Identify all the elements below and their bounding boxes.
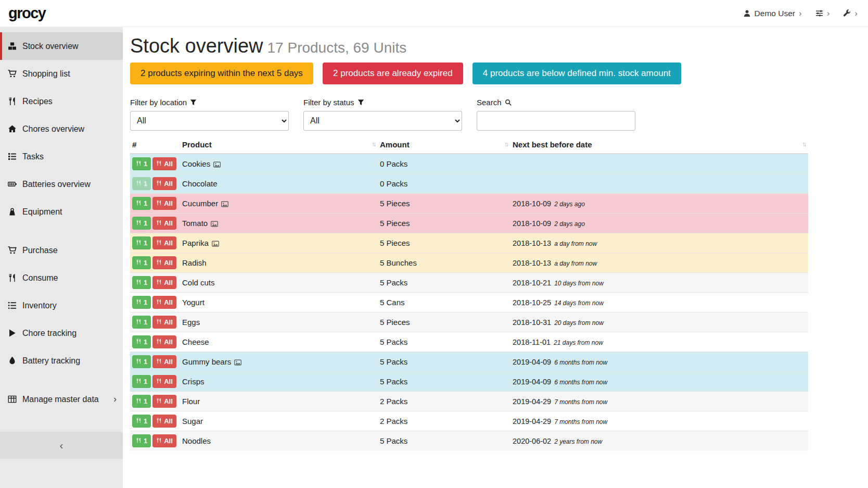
utensils-icon [136,378,142,384]
utensils-icon [136,160,142,167]
table-row[interactable]: 1 All Crisps 5 Packs 2019-04-096 months … [130,371,808,391]
consume-all-button[interactable]: All [152,395,176,408]
sidebar-collapse-button[interactable]: ‹ [0,432,123,459]
sidebar-item-equipment[interactable]: Equipment [0,198,123,226]
table-row[interactable]: 1 All Paprika 5 Pieces 2018-10-13a day f… [130,233,808,253]
consume-one-button[interactable]: 1 [132,415,151,428]
table-row[interactable]: 1 All Cold cuts 5 Packs 2018-10-2110 day… [130,272,808,292]
consume-one-button[interactable]: 1 [132,177,151,190]
consume-one-button[interactable]: 1 [132,375,151,388]
best-before-note: 6 months from now [554,359,607,366]
consume-one-button[interactable]: 1 [132,395,151,408]
product-image-icon[interactable] [221,201,228,207]
consume-all-button[interactable]: All [152,434,176,447]
sidebar-item-consume[interactable]: Consume [0,264,123,292]
consume-all-button[interactable]: All [152,316,176,329]
consume-all-button[interactable]: All [152,217,176,230]
search-input[interactable] [477,111,635,131]
consume-all-button[interactable]: All [152,256,176,269]
table-row[interactable]: 1 All Chocolate 0 Packs [130,173,808,193]
sidebar-item-stock-overview[interactable]: Stock overview [0,32,123,60]
consume-one-button[interactable]: 1 [132,316,151,329]
consume-all-button[interactable]: All [152,375,176,388]
user-menu[interactable]: Demo User › [743,9,802,18]
sidebar-item-recipes[interactable]: Recipes [0,87,123,115]
product-image-icon[interactable] [213,161,221,167]
table-row[interactable]: 1 All Sugar 2 Packs 2019-04-297 months f… [130,411,808,431]
alert-expiring[interactable]: 2 products expiring within the next 5 da… [130,62,313,84]
consume-one-button[interactable]: 1 [132,236,151,249]
consume-one-button[interactable]: 1 [132,276,151,289]
consume-one-button[interactable]: 1 [132,296,151,309]
consume-one-button[interactable]: 1 [132,256,151,269]
sort-icon[interactable]: ↑↓ [802,141,806,148]
status-filter-select[interactable]: All [303,111,462,131]
sidebar-item-label: Batteries overview [22,180,91,189]
product-amount: 5 Packs [378,332,510,352]
column-header-best-before[interactable]: Next best before date↑↓ [510,136,808,154]
table-row[interactable]: 1 All Flour 2 Packs 2019-04-297 months f… [130,391,808,411]
sidebar-item-batteries-overview[interactable]: Batteries overview [0,170,123,198]
play-icon [8,329,17,337]
product-image-icon[interactable] [212,240,219,246]
sidebar-item-chore-tracking[interactable]: Chore tracking [0,319,123,347]
consume-all-button[interactable]: All [152,335,176,348]
table-row[interactable]: 1 All Yogurt 5 Cans 2018-10-2514 days fr… [130,292,808,312]
consume-all-button[interactable]: All [152,236,176,249]
product-name: Cookies [182,159,210,168]
utensils-icon [136,358,142,365]
utensils-icon [136,259,142,266]
table-row[interactable]: 1 All Noodles 5 Packs 2020-06-022 years … [130,431,808,451]
table-row[interactable]: 1 All Tomato 5 Pieces 2018-10-092 days a… [130,213,808,233]
sidebar-item-purchase[interactable]: Purchase [0,236,123,264]
consume-one-button[interactable]: 1 [132,217,151,230]
consume-one-button[interactable]: 1 [132,335,151,348]
product-image-icon[interactable] [234,359,241,365]
consume-one-button[interactable]: 1 [132,197,151,210]
location-filter-select[interactable]: All [130,111,289,131]
alert-expired[interactable]: 2 products are already expired [323,62,463,84]
sidebar-item-chores-overview[interactable]: Chores overview [0,115,123,143]
best-before-note: 2 years from now [554,438,602,445]
sidebar-item-battery-tracking[interactable]: Battery tracking [0,347,123,374]
consume-one-button[interactable]: 1 [132,355,151,368]
table-row[interactable]: 1 All Cheese 5 Packs 2018-11-0121 days f… [130,332,808,352]
consume-all-button[interactable]: All [152,296,176,309]
sidebar-item-shopping-list[interactable]: Shopping list [0,60,123,87]
table-row[interactable]: 1 All Eggs 5 Pieces 2018-10-3120 days fr… [130,312,808,332]
best-before-date: 2018-10-25 [513,298,551,307]
sort-icon[interactable]: ↑↓ [372,141,376,148]
alert-below-min-stock[interactable]: 4 products are below defined min. stock … [473,62,681,84]
consume-all-button[interactable]: All [152,177,176,190]
consume-all-button[interactable]: All [152,197,176,210]
table-row[interactable]: 1 All Radish 5 Bunches 2018-10-13a day f… [130,253,808,272]
product-name: Noodles [182,436,211,445]
consume-one-button[interactable]: 1 [132,157,151,170]
consume-all-button[interactable]: All [152,355,176,368]
product-amount: 5 Pieces [378,213,510,233]
sidebar-item-label: Equipment [22,207,62,217]
product-amount: 5 Packs [378,431,510,451]
settings-menu[interactable]: › [815,9,830,18]
column-header-product[interactable]: Product↑↓ [180,136,378,154]
sidebar-item-tasks[interactable]: Tasks [0,143,123,170]
sort-icon[interactable]: ↑↓ [504,141,508,148]
sidebar-item-inventory[interactable]: Inventory [0,292,123,319]
table-header-row: # Product↑↓ Amount↑↓ Next best before da… [130,136,808,154]
consume-all-button[interactable]: All [152,415,176,428]
consume-one-button[interactable]: 1 [132,434,151,447]
column-header-amount[interactable]: Amount↑↓ [378,136,510,154]
table-row[interactable]: 1 All Gummy bears 5 Packs 2019-04-096 mo… [130,352,808,371]
cart-icon [8,69,17,78]
product-image-icon[interactable] [211,220,218,227]
consume-all-button[interactable]: All [152,157,176,170]
utensils-icon [156,279,162,285]
utensils-icon [8,273,17,282]
table-row[interactable]: 1 All Cookies 0 Packs [130,154,808,174]
consume-all-button[interactable]: All [152,276,176,289]
app-logo[interactable]: grocy [8,5,45,22]
admin-menu[interactable]: › [843,9,858,18]
table-row[interactable]: 1 All Cucumber 5 Pieces 2018-10-092 days… [130,193,808,213]
sidebar-item-manage-master-data[interactable]: Manage master data › [0,385,123,413]
list-icon [8,301,17,310]
